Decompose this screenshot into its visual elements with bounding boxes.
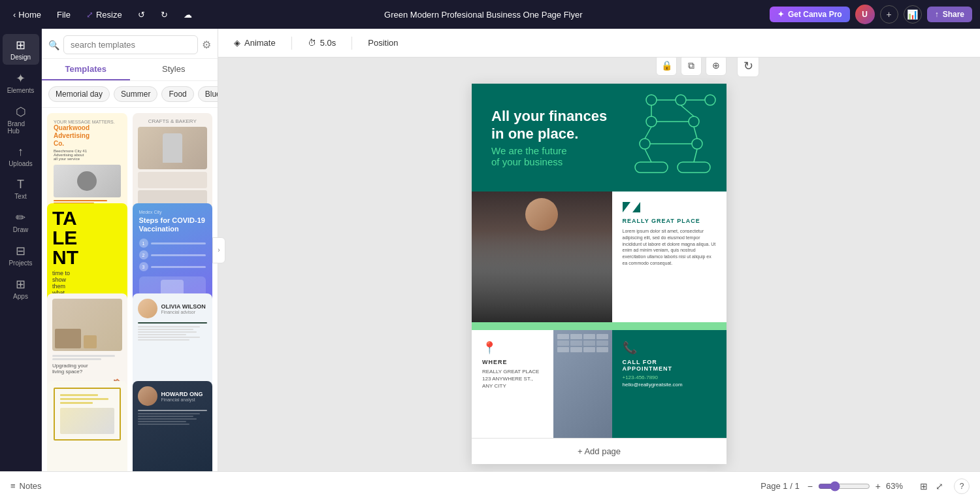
page-indicator: Page 1 / 1 [760, 481, 799, 491]
chip-summer[interactable]: Summer [114, 86, 157, 102]
canvas-side-actions: ↻ [737, 58, 759, 77]
more-options-icon[interactable]: ⊕ [706, 58, 727, 76]
cloud-save-button[interactable]: ☁ [178, 7, 197, 22]
zoom-controls: − + 63% [808, 481, 909, 492]
sidebar-item-label: Brand Hub [8, 120, 34, 135]
share-button[interactable]: ↑ Share [927, 7, 972, 22]
duration-button[interactable]: ⏱ 5.0s [302, 35, 342, 50]
resize-label: Resize [96, 10, 122, 20]
chip-memorial-day[interactable]: Memorial day [48, 86, 110, 102]
company-logo [623, 202, 717, 212]
avatar[interactable]: U [855, 5, 875, 24]
view-buttons: ⊞ ⤢ [917, 478, 946, 494]
call-label: CALL FOR APPOINTMENT [623, 359, 717, 372]
sidebar-item-text[interactable]: T Text [3, 174, 39, 204]
sidebar-item-label: Text [14, 193, 26, 200]
phone-icon: 📞 [623, 341, 717, 355]
home-label: Home [18, 10, 41, 20]
svg-point-5 [646, 116, 657, 127]
flyer-header: All your finances in one place. We are t… [472, 84, 727, 192]
brand-icon: ⬡ [16, 105, 26, 119]
template-card[interactable]: HOWARD ONG Financial analyst [133, 381, 213, 471]
sidebar-item-label: Elements [7, 87, 35, 94]
tab-templates[interactable]: Templates [42, 59, 130, 80]
uploads-icon: ↑ [18, 145, 24, 159]
bottom-bar: ≡ Notes Page 1 / 1 − + 63% ⊞ ⤢ ? [0, 471, 980, 500]
animate-button[interactable]: ◈ Animate [229, 35, 281, 50]
zoom-in-button[interactable]: + [875, 481, 881, 492]
svg-point-10 [640, 139, 650, 149]
panel-tabs: Templates Styles [42, 59, 218, 81]
search-icon: 🔍 [48, 40, 59, 50]
tab-styles[interactable]: Styles [130, 59, 218, 80]
redo-button[interactable]: ↻ [155, 7, 173, 22]
canvas[interactable]: All your finances in one place. We are t… [472, 84, 727, 464]
grid-view-button[interactable]: ⊞ [917, 478, 930, 494]
filter-button[interactable]: ⚙ [202, 39, 211, 51]
flyer-content: All your finances in one place. We are t… [472, 84, 727, 438]
main-layout: ⊞ Design ✦ Elements ⬡ Brand Hub ↑ Upload… [0, 29, 980, 471]
zoom-out-button[interactable]: − [808, 481, 813, 492]
zoom-slider[interactable] [818, 481, 870, 492]
file-button[interactable]: File [52, 7, 76, 22]
animate-label: Animate [244, 38, 276, 48]
apps-icon: ⊞ [16, 277, 25, 292]
stats-button[interactable]: 📊 [904, 5, 922, 24]
notes-button[interactable]: ≡ Notes [10, 481, 42, 491]
projects-icon: ⊟ [16, 244, 25, 258]
canvas-action-icons: 🔒 ⧉ ⊕ [656, 58, 727, 76]
resize-button[interactable]: ⤢ Resize [81, 7, 127, 22]
svg-line-17 [645, 149, 651, 162]
divider [351, 37, 352, 50]
template-card[interactable] [47, 381, 127, 471]
flyer-headline: All your finances in one place. We are t… [491, 108, 607, 167]
email-address: hello@reallygreatsite.com [623, 382, 717, 388]
svg-point-6 [689, 116, 699, 127]
sidebar-item-draw[interactable]: ✏ Draw [3, 207, 39, 237]
elements-icon: ✦ [16, 71, 25, 86]
add-page-button[interactable]: + Add page [472, 438, 727, 464]
filter-chips: Memorial day Summer Food Blue › [42, 81, 218, 108]
sidebar-item-brand-hub[interactable]: ⬡ Brand Hub [3, 101, 39, 139]
position-button[interactable]: Position [363, 35, 403, 50]
flyer-location: 📍 WHERE REALLY GREAT PLACE 123 ANYWHERE … [472, 330, 612, 438]
svg-line-13 [645, 127, 651, 139]
flyer-heading-line1: All your finances in one place. [491, 108, 607, 142]
home-button[interactable]: ‹ Home [8, 7, 46, 22]
canva-pro-button[interactable]: ✦ Get Canva Pro [770, 7, 850, 22]
lock-icon[interactable]: 🔒 [656, 58, 677, 76]
canvas-wrapper[interactable]: 🔒 ⧉ ⊕ All your finances in one place. [218, 58, 980, 471]
sidebar-item-uploads[interactable]: ↑ Uploads [3, 141, 39, 171]
sidebar-item-projects[interactable]: ⊟ Projects [3, 240, 39, 271]
position-label: Position [368, 38, 398, 48]
undo-button[interactable]: ↺ [133, 7, 150, 22]
sidebar-item-apps[interactable]: ⊞ Apps [3, 273, 39, 304]
divider [291, 37, 292, 50]
canva-star-icon: ✦ [777, 10, 784, 19]
sidebar-item-elements[interactable]: ✦ Elements [3, 67, 39, 98]
sidebar-item-design[interactable]: ⊞ Design [3, 34, 39, 65]
chip-food[interactable]: Food [161, 86, 193, 102]
add-people-button[interactable]: + [880, 5, 898, 24]
navbar: ‹ Home File ⤢ Resize ↺ ↻ ☁ Green Modern … [0, 0, 980, 29]
sidebar-item-label: Apps [13, 293, 28, 300]
fullscreen-button[interactable]: ⤢ [933, 478, 946, 494]
hide-panel-button[interactable]: › [212, 237, 225, 263]
search-input[interactable] [63, 35, 198, 54]
sidebar-item-label: Draw [13, 226, 28, 233]
file-label: File [57, 10, 71, 20]
duration-label: 5.0s [320, 38, 336, 48]
svg-point-2 [705, 95, 715, 105]
refresh-button[interactable]: ↻ [737, 58, 759, 77]
svg-line-14 [694, 127, 697, 139]
share-icon: ↑ [935, 10, 939, 19]
copy-icon[interactable]: ⧉ [681, 58, 702, 76]
help-button[interactable]: ? [954, 478, 970, 494]
svg-point-1 [676, 95, 686, 105]
design-icon: ⊞ [16, 38, 25, 52]
chip-blue[interactable]: Blue [198, 86, 218, 102]
templates-panel: 🔍 ⚙ Templates Styles Memorial day Summer… [42, 29, 218, 471]
search-bar: 🔍 ⚙ [42, 29, 218, 59]
flyer-info: REALLY GREAT PLACE Lorem ipsum dolor sit… [612, 192, 727, 322]
network-graphic [596, 84, 727, 192]
